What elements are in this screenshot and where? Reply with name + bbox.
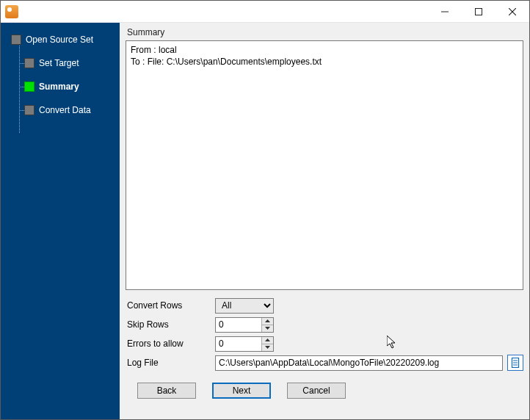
step-box-icon xyxy=(24,82,35,92)
row-log-file: Log File xyxy=(126,353,523,372)
errors-allow-spinner xyxy=(215,336,274,352)
skip-rows-up[interactable] xyxy=(262,318,273,325)
maximize-button[interactable] xyxy=(462,1,495,23)
back-button-label: Back xyxy=(157,385,177,396)
errors-allow-down[interactable] xyxy=(262,344,273,351)
chevron-down-icon xyxy=(265,327,270,330)
minimize-icon xyxy=(441,8,449,15)
minimize-button[interactable] xyxy=(428,1,462,23)
options-form: Convert Rows All Skip Rows xyxy=(126,290,523,372)
convert-rows-label: Convert Rows xyxy=(126,300,215,311)
log-file-label: Log File xyxy=(126,358,215,368)
svg-rect-1 xyxy=(476,8,482,15)
skip-rows-down[interactable] xyxy=(262,325,273,332)
skip-rows-label: Skip Rows xyxy=(126,319,215,330)
step-label: Open Source Set xyxy=(26,35,93,45)
skip-rows-input[interactable] xyxy=(216,318,261,332)
chevron-up-icon xyxy=(265,338,270,341)
cancel-button-label: Cancel xyxy=(302,385,330,396)
row-skip-rows: Skip Rows xyxy=(126,315,523,334)
step-box-icon xyxy=(24,58,35,68)
tree-connector xyxy=(19,87,24,87)
step-label: Convert Data xyxy=(39,105,91,115)
titlebar xyxy=(1,1,529,23)
app-window: Open Source Set Set Target Summary Conve… xyxy=(0,0,530,420)
convert-rows-select[interactable]: All xyxy=(215,298,274,314)
step-box-icon xyxy=(24,105,35,115)
errors-allow-label: Errors to allow xyxy=(126,338,215,349)
errors-allow-input[interactable] xyxy=(216,337,261,351)
chevron-down-icon xyxy=(265,346,270,349)
next-button[interactable]: Next xyxy=(212,383,271,399)
step-summary[interactable]: Summary xyxy=(1,79,120,95)
step-box-icon xyxy=(11,35,21,45)
step-set-target[interactable]: Set Target xyxy=(1,55,120,71)
close-icon xyxy=(509,8,516,15)
next-button-label: Next xyxy=(233,385,251,396)
svg-marker-7 xyxy=(265,346,270,349)
chevron-up-icon xyxy=(265,319,270,322)
row-errors-allow: Errors to allow xyxy=(126,334,523,353)
tree-connector xyxy=(19,110,24,111)
app-icon xyxy=(5,5,18,18)
cancel-button[interactable]: Cancel xyxy=(287,383,346,399)
step-open-source-set[interactable]: Open Source Set xyxy=(1,32,120,48)
svg-marker-4 xyxy=(265,319,270,322)
step-convert-data[interactable]: Convert Data xyxy=(1,102,120,118)
maximize-icon xyxy=(475,8,482,15)
tree-connector xyxy=(19,63,24,64)
wizard-footer: Back Next Cancel xyxy=(126,372,523,409)
svg-marker-5 xyxy=(265,327,270,330)
row-convert-rows: Convert Rows All xyxy=(126,296,523,315)
content-area: Open Source Set Set Target Summary Conve… xyxy=(1,23,529,419)
step-label: Summary xyxy=(39,82,79,92)
back-button[interactable]: Back xyxy=(137,383,196,399)
log-file-input[interactable] xyxy=(215,355,503,371)
document-icon xyxy=(511,358,520,368)
main-panel: Summary From : local To : File: C:\Users… xyxy=(120,23,529,419)
wizard-sidebar: Open Source Set Set Target Summary Conve… xyxy=(1,23,120,419)
skip-rows-spinner xyxy=(215,317,274,333)
log-file-browse-button[interactable] xyxy=(507,355,523,371)
close-button[interactable] xyxy=(495,1,529,23)
errors-allow-up[interactable] xyxy=(262,337,273,344)
panel-title: Summary xyxy=(126,26,523,40)
svg-marker-6 xyxy=(265,338,270,341)
step-label: Set Target xyxy=(39,58,79,68)
summary-textbox[interactable]: From : local To : File: C:\Users\pan\Doc… xyxy=(126,40,523,290)
